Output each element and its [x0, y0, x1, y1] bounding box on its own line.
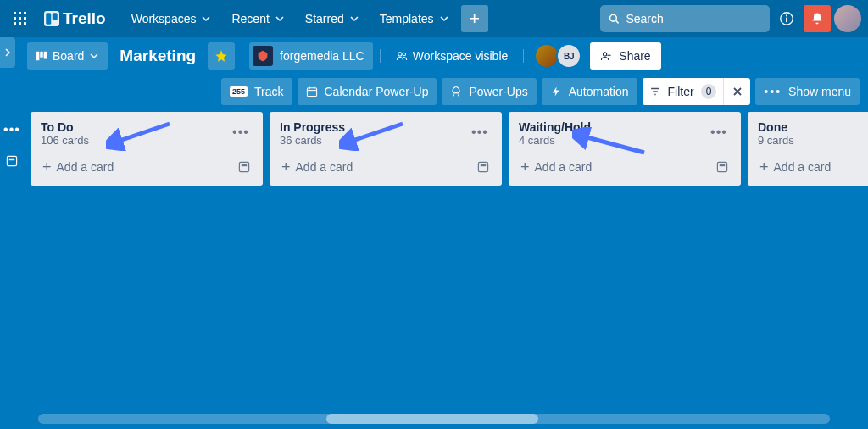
dots-icon: ••• — [764, 85, 782, 98]
filter-button[interactable]: Filter 0 — [643, 78, 724, 105]
filter-count-badge: 0 — [701, 84, 717, 99]
svg-line-13 — [616, 20, 619, 23]
list-card-count: 106 cards — [41, 134, 89, 147]
calendar-icon — [306, 86, 318, 98]
star-board-button[interactable] — [208, 42, 235, 70]
filter-icon — [649, 86, 661, 98]
nav-workspaces[interactable]: Workspaces — [123, 5, 220, 32]
svg-rect-34 — [478, 162, 487, 171]
svg-rect-6 — [14, 22, 16, 25]
svg-point-12 — [610, 14, 617, 21]
workspace-icon — [253, 46, 273, 66]
info-icon — [779, 11, 794, 26]
chevron-down-icon — [349, 14, 359, 24]
svg-rect-30 — [7, 156, 16, 165]
card-template-button[interactable] — [710, 155, 734, 179]
notifications-button[interactable] — [804, 5, 831, 32]
bell-icon — [810, 12, 824, 25]
add-card-button[interactable]: + Add a card — [515, 155, 710, 179]
board-header: Board Marketing forgemedia LLC Workspace… — [0, 37, 868, 75]
track-badge-icon: 255 — [230, 86, 248, 97]
show-menu-button[interactable]: ••• Show menu — [755, 78, 860, 105]
svg-rect-31 — [9, 159, 14, 160]
card-template-button[interactable] — [232, 155, 256, 179]
list-card-count: 36 cards — [280, 134, 345, 147]
filter-clear-button[interactable] — [723, 78, 750, 105]
list-title[interactable]: In Progress — [280, 120, 345, 134]
svg-rect-35 — [481, 164, 486, 166]
chevron-right-icon — [3, 48, 12, 57]
svg-rect-2 — [24, 12, 26, 14]
board-title[interactable]: Marketing — [111, 47, 204, 65]
bolt-icon — [550, 86, 562, 98]
list-in-progress: In Progress 36 cards ••• + Add a card — [270, 112, 502, 186]
template-icon[interactable] — [5, 154, 19, 168]
scrollbar-thumb[interactable] — [326, 414, 538, 424]
svg-rect-0 — [14, 12, 16, 14]
plus-icon: + — [42, 159, 52, 175]
calendar-powerup-button[interactable]: Calendar Power-Up — [298, 78, 437, 105]
dots-icon[interactable]: ••• — [3, 122, 20, 137]
svg-rect-16 — [786, 18, 787, 22]
board-members[interactable]: BJ — [534, 43, 581, 69]
svg-rect-32 — [239, 162, 248, 171]
chevron-down-icon — [201, 14, 211, 24]
expand-sidebar[interactable] — [0, 37, 15, 68]
top-nav: Trello Workspaces Recent Starred Templat… — [0, 0, 868, 37]
plus-icon: + — [281, 159, 291, 175]
account-avatar[interactable] — [834, 5, 861, 32]
nav-recent[interactable]: Recent — [223, 5, 292, 32]
list-title[interactable]: To Do — [41, 120, 89, 134]
automation-button[interactable]: Automation — [542, 78, 637, 105]
list-menu-button[interactable]: ••• — [707, 120, 731, 144]
create-button[interactable]: + — [461, 5, 488, 32]
add-card-button[interactable]: + Add a card — [754, 155, 868, 179]
trello-logo[interactable]: Trello — [37, 9, 113, 28]
member-avatar[interactable]: BJ — [556, 43, 581, 69]
powerups-button[interactable]: Power-Ups — [442, 78, 536, 105]
svg-rect-37 — [720, 164, 725, 166]
apps-launcher[interactable] — [7, 5, 34, 32]
board-view-switcher[interactable]: Board — [27, 42, 108, 70]
svg-point-20 — [398, 53, 402, 56]
track-button[interactable]: 255 Track — [221, 78, 292, 105]
template-icon — [237, 160, 251, 174]
svg-rect-5 — [24, 17, 26, 20]
board-toolbar: 255 Track Calendar Power-Up Power-Ups Au… — [0, 75, 868, 109]
close-icon — [732, 86, 743, 97]
workspace-button[interactable]: forgemedia LLC — [249, 42, 373, 70]
nav-starred[interactable]: Starred — [297, 5, 368, 32]
plus-icon: + — [520, 159, 530, 175]
svg-point-22 — [604, 53, 607, 56]
add-card-button[interactable]: + Add a card — [276, 155, 471, 179]
board-canvas[interactable]: ••• To Do 106 cards ••• + Add a card — [0, 109, 868, 429]
add-card-button[interactable]: + Add a card — [37, 155, 232, 179]
card-template-button[interactable] — [471, 155, 495, 179]
svg-rect-19 — [44, 52, 47, 59]
plus-icon: + — [760, 159, 769, 175]
svg-rect-3 — [14, 17, 16, 20]
list-menu-button[interactable]: ••• — [468, 120, 492, 144]
list-title[interactable]: Done — [758, 120, 794, 134]
list-title[interactable]: Waiting/Hold — [519, 120, 591, 134]
logo-text: Trello — [63, 9, 106, 28]
list-menu-button[interactable]: ••• — [229, 120, 253, 144]
search-input[interactable] — [626, 12, 761, 25]
template-icon — [476, 160, 490, 174]
svg-rect-8 — [24, 22, 26, 25]
info-button[interactable] — [773, 5, 800, 32]
star-icon — [214, 49, 228, 63]
svg-point-15 — [786, 14, 787, 16]
search-icon — [609, 13, 619, 25]
svg-rect-10 — [46, 13, 51, 25]
visibility-button[interactable]: Workspace visible — [387, 42, 517, 70]
share-button[interactable]: Share — [590, 42, 660, 70]
svg-rect-18 — [40, 52, 43, 58]
chevron-down-icon — [275, 14, 285, 24]
trello-icon — [44, 11, 59, 26]
svg-rect-1 — [19, 12, 21, 14]
horizontal-scrollbar[interactable] — [38, 414, 830, 424]
nav-templates[interactable]: Templates — [371, 5, 458, 32]
search-box[interactable] — [600, 5, 770, 32]
chevron-down-icon — [89, 51, 99, 61]
